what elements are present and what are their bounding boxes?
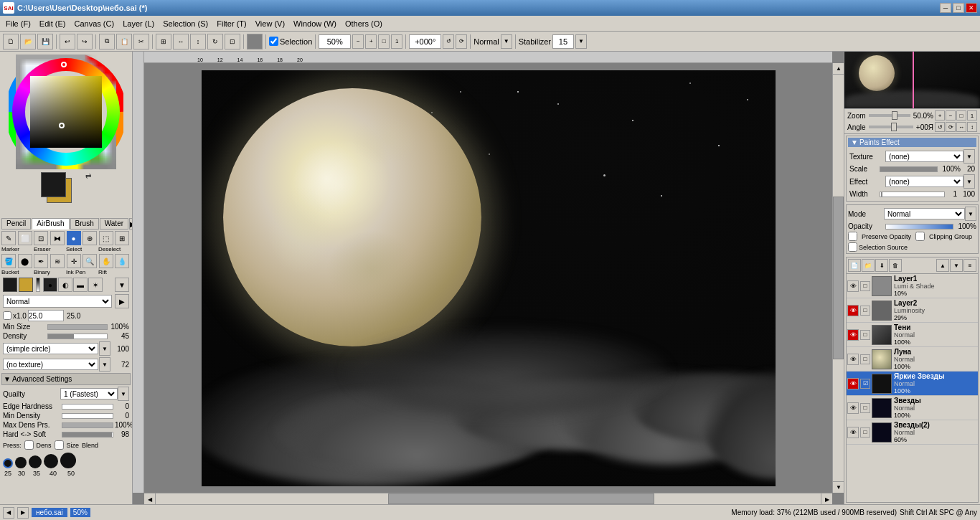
minimize-button[interactable]: ─ [940,3,951,13]
menu-file[interactable]: File (F) [1,18,35,29]
moon-lock-btn[interactable]: □ [860,354,870,364]
texture-select[interactable]: (no texture) [3,359,98,370]
selection-checkbox[interactable] [269,37,278,46]
tool-deselect[interactable]: ⬚ [99,231,113,245]
tool-eraser2[interactable]: ⊡ [34,231,48,245]
min-size-slider[interactable] [47,324,108,330]
brush-size-25-active[interactable] [3,458,13,468]
zoom-minus[interactable]: − [352,34,364,49]
brush-mode-select[interactable]: Normal Multiply Screen [3,295,112,308]
moon-vis-btn[interactable]: 👁 [847,354,859,365]
hscroll-left-btn[interactable]: ◀ [144,493,156,504]
stars2-vis-btn[interactable]: 👁 [847,427,859,438]
shadows-vis-btn[interactable]: 👁 [847,329,859,341]
effect-select[interactable]: (none) [885,176,963,187]
brush-size-35[interactable] [29,455,42,468]
layer-move-up-btn[interactable]: ▲ [936,259,949,272]
angle-flip-btn[interactable]: ⟳ [946,122,956,132]
tool-marker[interactable]: ✎ [1,231,16,245]
zoom-plus[interactable]: + [365,34,377,49]
tool-hand[interactable]: ✋ [99,254,113,268]
tab-airbrush[interactable]: AirBrush [32,218,69,230]
menu-edit[interactable]: Edit (E) [35,18,70,29]
zoom-input[interactable] [319,34,351,49]
advanced-settings-toggle[interactable]: ▼ Advanced Settings [1,373,131,385]
quality-select[interactable]: 1 (Fastest) [60,388,118,400]
layer1-vis-btn[interactable]: 👁 [847,280,859,292]
min-density-slider[interactable] [62,413,113,419]
toolbar-zoom-fit[interactable]: ⊡ [225,34,240,49]
brush-mode-arrow[interactable]: ▶ [115,294,129,308]
tab-pencil[interactable]: Pencil [1,218,31,230]
effect-dropdown-btn[interactable]: ▼ [963,174,975,189]
layer2-lock-btn[interactable]: □ [860,306,870,316]
brush-shape-dropdown[interactable]: ▼ [99,341,110,356]
layer1-lock-btn[interactable]: □ [860,281,870,291]
canvas-hscroll[interactable]: ◀ ▶ [144,493,832,504]
opacity-slider[interactable] [885,224,953,230]
color-square[interactable] [30,76,102,148]
canvas-container[interactable] [144,63,832,493]
toolbar-open[interactable]: 📂 [20,34,36,49]
texture-dropdown[interactable]: ▼ [99,357,110,372]
stars-lock-btn[interactable]: □ [860,403,870,413]
density-slider[interactable] [47,334,108,339]
menu-window[interactable]: Window (W) [289,18,341,29]
texture-effect-select[interactable]: (none) [885,151,963,162]
width-slider[interactable] [880,192,945,197]
texture-effect-btn[interactable]: ▼ [963,149,975,164]
angle-reset[interactable]: ↺ [443,34,454,49]
tool-move[interactable]: ✛ [67,254,81,268]
toolbar-undo[interactable]: ↩ [60,34,75,49]
tool-binary[interactable]: ⬤ [18,254,32,268]
vscroll-up-btn[interactable]: ▲ [833,63,844,75]
angle-input[interactable] [409,34,441,49]
primary-color[interactable] [41,172,66,197]
clipping-group-checkbox[interactable] [915,232,925,241]
hard-soft-slider[interactable] [62,432,113,438]
menu-canvas[interactable]: Canvas (C) [70,18,119,29]
fore-color-btn[interactable] [3,278,17,292]
menu-view[interactable]: View (V) [251,18,289,29]
toolbar-cut[interactable]: ✂ [133,34,149,49]
layer-mode-btn[interactable]: ▼ [965,207,976,221]
toolbar-transform[interactable]: ⊞ [156,34,171,49]
layer-merge-btn[interactable]: ⬇ [875,259,888,272]
toolbar-redo[interactable]: ↪ [77,34,93,49]
zoom-slider-track[interactable] [869,114,910,117]
angle-h-flip[interactable]: ↔ [956,122,966,132]
brush-size-50[interactable] [60,453,76,468]
stars-vis-btn[interactable]: 👁 [847,402,859,414]
selection-source-checkbox[interactable] [848,242,857,252]
layer-delete-btn[interactable]: 🗑 [889,259,902,272]
layer-more-btn[interactable]: ≡ [963,259,976,272]
menu-filter[interactable]: Filter (T) [212,18,251,29]
hscroll-right-btn[interactable]: ▶ [821,493,832,504]
tab-brush[interactable]: Brush [70,218,99,230]
tool-active[interactable]: ● [67,231,81,245]
tool-bucket[interactable]: 🪣 [1,254,16,268]
toolbar-copy[interactable]: ⧉ [99,34,115,49]
toolbar-paste[interactable]: 📋 [116,34,132,49]
toolbar-canvas-color[interactable] [247,34,263,49]
close-button[interactable]: ✕ [966,3,977,13]
bstars-lock-btn[interactable]: ☑ [860,379,870,389]
status-nav-prev[interactable]: ◀ [3,507,14,519]
brush-shape-4[interactable]: ✶ [88,278,103,292]
layer-item-moon[interactable]: 👁 □ Луна Normal 100% [847,347,978,372]
status-nav-next[interactable]: ▶ [17,507,29,519]
menu-others[interactable]: Others (O) [341,18,387,29]
layer-item-shadows[interactable]: 👁 □ Тени Normal 100% [847,323,978,347]
stabilizer-input[interactable] [552,34,574,49]
tool-smudge[interactable]: ⧓ [50,231,65,245]
zoom-out-btn[interactable]: − [946,110,956,120]
scale-slider[interactable] [880,166,938,172]
layer2-vis-btn[interactable]: 👁 [847,305,859,316]
quality-dropdown[interactable]: ▼ [118,387,129,401]
toolbar-new[interactable]: 🗋 [3,34,19,49]
tool-rift[interactable]: ≋ [50,254,65,268]
brush-shape-3[interactable]: ▬ [73,278,88,292]
layer-item-stars[interactable]: 👁 □ Звезды Normal 100% [847,396,978,420]
zoom-100-btn2[interactable]: 1 [967,110,977,120]
layer-item-stars2[interactable]: 👁 □ Звезды(2) Normal 60% [847,420,978,445]
